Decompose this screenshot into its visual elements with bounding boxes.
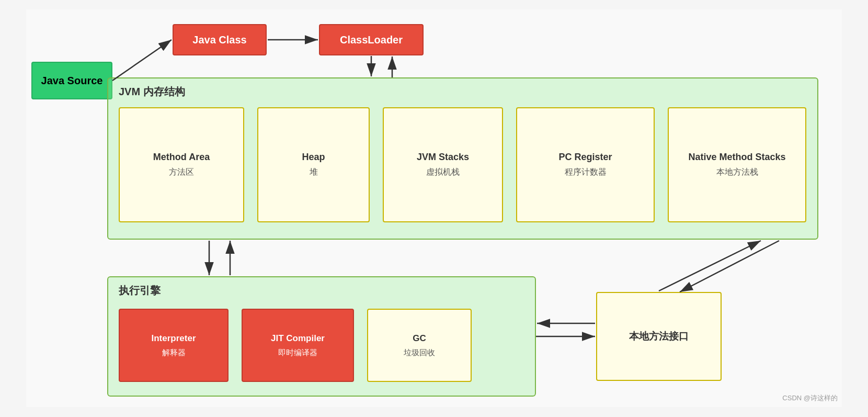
heap-box: Heap 堆 [257, 107, 370, 222]
java-source-label: Java Source [41, 75, 103, 87]
svg-line-10 [659, 241, 761, 291]
pc-register-box: PC Register 程序计数器 [516, 107, 655, 222]
jit-cn: 即时编译器 [278, 348, 317, 358]
native-method-stacks-box: Native Method Stacks 本地方法栈 [668, 107, 806, 222]
jit-compiler-box: JIT Compiler 即时编译器 [242, 309, 354, 382]
java-class-label: Java Class [192, 34, 246, 46]
native-interface-box: 本地方法接口 [596, 292, 722, 381]
java-source-box: Java Source [31, 62, 112, 99]
heap-cn: 堆 [310, 167, 318, 178]
heap-en: Heap [302, 152, 325, 163]
jvm-memory-box: JVM 内存结构 Method Area 方法区 Heap 堆 JVM Stac… [107, 77, 818, 240]
classloader-box: ClassLoader [319, 24, 424, 55]
jvm-stacks-cn: 虚拟机栈 [426, 167, 460, 178]
svg-line-2 [112, 40, 172, 81]
classloader-label: ClassLoader [340, 34, 403, 46]
pc-register-cn: 程序计数器 [565, 167, 607, 178]
method-area-en: Method Area [153, 152, 210, 163]
watermark: CSDN @诗这样的 [782, 393, 838, 403]
native-method-stacks-cn: 本地方法栈 [716, 167, 758, 178]
jvm-stacks-box: JVM Stacks 虚拟机栈 [383, 107, 503, 222]
method-area-cn: 方法区 [169, 167, 194, 178]
interpreter-cn: 解释器 [162, 348, 186, 358]
jvm-memory-title: JVM 内存结构 [119, 85, 185, 99]
gc-en: GC [413, 333, 426, 344]
interpreter-box: Interpreter 解释器 [119, 309, 229, 382]
pc-register-en: PC Register [558, 152, 612, 163]
exec-engine-box: 执行引擎 Interpreter 解释器 JIT Compiler 即时编译器 … [107, 276, 536, 397]
diagram-container: Java Source Java Class ClassLoader JVM 内… [26, 9, 842, 407]
gc-box: GC 垃圾回收 [367, 309, 472, 382]
java-class-box: Java Class [173, 24, 267, 55]
native-method-stacks-en: Native Method Stacks [688, 152, 785, 163]
interpreter-en: Interpreter [151, 333, 196, 344]
jit-en: JIT Compiler [271, 333, 325, 344]
native-interface-label: 本地方法接口 [629, 330, 689, 343]
gc-cn: 垃圾回收 [404, 348, 435, 358]
method-area-box: Method Area 方法区 [119, 107, 244, 222]
svg-line-11 [680, 241, 779, 292]
jvm-stacks-en: JVM Stacks [417, 152, 469, 163]
exec-engine-title: 执行引擎 [119, 284, 161, 298]
